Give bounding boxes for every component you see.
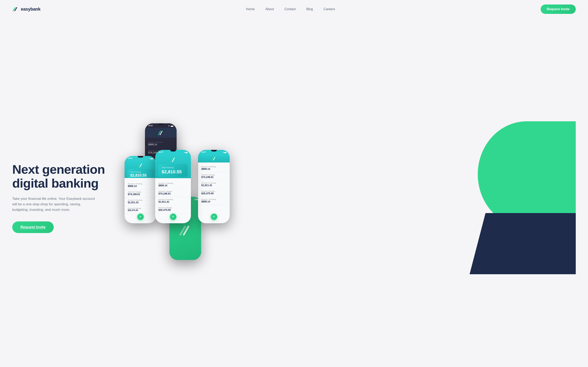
phone-status-bar-2: 14:07 ▲▄▄ [125,156,156,160]
phone-right: 14:07 ▲▄▄ Account 1 Checking $899.14 [198,150,230,223]
nav-link-about[interactable]: About [265,7,274,11]
phone-2-fab[interactable]: + [137,213,144,220]
phone-status-bar-3: 14:07 ▲▄▄ [155,150,191,154]
phone-status-bar-5: 14:07 ▲▄▄ [198,150,230,154]
nav-links: Home About Contact Blog Careers [246,7,335,11]
nav-cta-button[interactable]: Request Invite [541,4,576,14]
nav-link-contact[interactable]: Contact [285,7,296,11]
nav-link-home[interactable]: Home [246,7,255,11]
hero-section: Next generation digital banking Take you… [0,18,588,367]
logo-link[interactable]: easybank [12,6,40,12]
phone-status-bar-1: 14:07 ▲▄▄ [145,123,177,128]
nav-link-careers[interactable]: Careers [323,7,335,11]
hero-subtitle: Take your financial life online. Your Ea… [12,196,98,213]
phone-5-fab[interactable]: + [211,213,217,220]
hero-title: Next generation digital banking [12,162,118,190]
phone-center: 14:07 ▲▄▄ Total Checking $2,810.55 [155,150,191,223]
logo-text: easybank [21,7,40,12]
logo-icon [12,6,19,12]
nav-link-blog[interactable]: Blog [306,7,313,11]
hero-cta-button[interactable]: Request Invite [12,221,54,233]
hero-content: Next generation digital banking Take you… [12,162,118,233]
phone-3-fab[interactable]: + [170,213,176,220]
bg-shape-green [478,121,576,227]
phone-front-left: 14:07 ▲▄▄ Total Checking $2,810.55 [125,156,156,223]
navbar: easybank Home About Contact Blog Careers… [0,0,588,18]
hero-phones: 14:07 ▲▄▄ Account 1 Checking $899.14 [118,121,576,274]
bg-shape-dark [470,213,576,274]
